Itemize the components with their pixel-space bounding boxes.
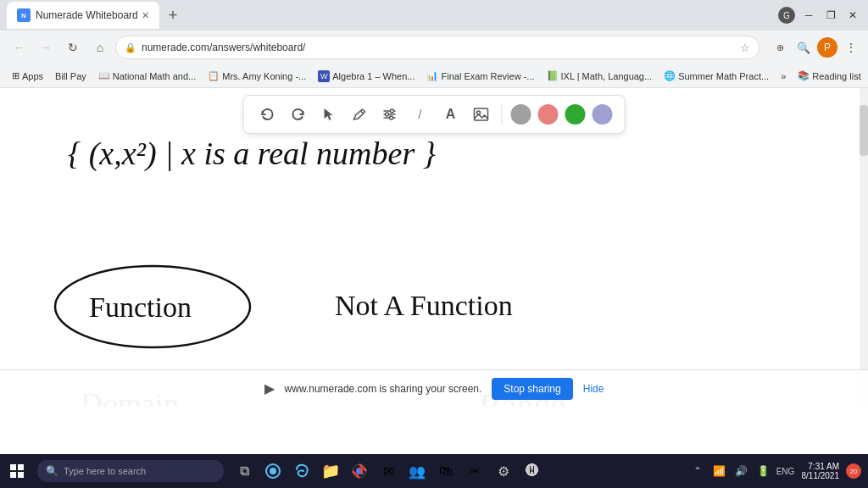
bm-apps[interactable]: ⊞ Apps	[7, 67, 48, 86]
tb-time-display: 7:31 AM	[808, 462, 839, 471]
svg-line-1	[361, 111, 364, 114]
tb-explorer[interactable]: 📁	[317, 456, 344, 486]
tb-date-display: 8/11/2021	[802, 471, 840, 480]
tb-taskview[interactable]: ⧉	[231, 456, 258, 486]
close-button[interactable]: ✕	[844, 7, 861, 24]
text-button[interactable]: A	[437, 101, 465, 128]
bookmark-icon-2: 📋	[208, 70, 220, 81]
tools-button[interactable]	[376, 101, 403, 128]
tb-snip[interactable]: ✂	[461, 456, 488, 486]
minimize-button[interactable]: ─	[800, 7, 817, 24]
taskbar: 🔍 Type here to search ⧉ 📁 ✉ 👥 🛍	[0, 454, 868, 488]
svg-marker-0	[325, 108, 333, 120]
select-button[interactable]	[315, 101, 342, 128]
notification-badge[interactable]: 20	[846, 463, 861, 479]
bm-billpay[interactable]: Bill Pay	[50, 67, 92, 86]
svg-rect-17	[18, 464, 24, 470]
address-bar[interactable]: 🔒 numerade.com/answers/whiteboard/ ☆	[115, 36, 760, 59]
bm-exam-label: Final Exam Review -...	[441, 71, 534, 81]
sharing-icon: ▶	[264, 380, 275, 396]
account-icon[interactable]: P	[817, 37, 837, 58]
tb-chevron-icon[interactable]: ⌃	[688, 456, 707, 486]
redo-button[interactable]	[285, 101, 312, 128]
tb-app-extra[interactable]: 🅦	[519, 456, 546, 486]
color-green[interactable]	[565, 104, 586, 125]
bm-reading-label: Reading list	[812, 71, 860, 81]
bm-math1[interactable]: 📖 National Math and...	[93, 67, 201, 86]
tab-title: Numerade Whiteboard	[36, 9, 138, 21]
svg-rect-8	[475, 108, 488, 120]
bm-summer[interactable]: 🌐 Summer Math Pract...	[659, 67, 774, 86]
toolbar-separator	[502, 104, 503, 125]
taskbar-right: ⌃ 📶 🔊 🔋 ENG 7:31 AM 8/11/2021 20	[682, 454, 869, 488]
nav-bar: ← → ↻ ⌂ 🔒 numerade.com/answers/whiteboar…	[0, 30, 868, 64]
tb-mail[interactable]: ✉	[375, 456, 402, 486]
tb-volume-icon[interactable]: 🔊	[732, 456, 751, 486]
tb-store[interactable]: 🛍	[432, 456, 459, 486]
lock-icon: 🔒	[125, 42, 136, 53]
tb-teams[interactable]: 👥	[403, 456, 431, 486]
tb-clock[interactable]: 7:31 AM 8/11/2021	[798, 462, 843, 480]
profile-icon[interactable]: G	[778, 7, 795, 24]
bm-more[interactable]: »	[776, 67, 791, 86]
stop-sharing-button[interactable]: Stop sharing	[492, 378, 572, 400]
browser-chrome: N Numerade Whiteboard ✕ + G ─ ❐ ✕ ← → ↻ …	[0, 0, 868, 88]
color-gray[interactable]	[511, 104, 531, 125]
back-button[interactable]: ←	[7, 36, 31, 59]
svg-point-5	[391, 109, 394, 113]
tb-settings[interactable]: ⚙	[490, 456, 517, 486]
hide-button[interactable]: Hide	[583, 383, 604, 395]
tab-close-button[interactable]: ✕	[142, 10, 149, 21]
whiteboard-canvas[interactable]: { (x,x²) | x is a real number } Function…	[0, 88, 868, 407]
maximize-button[interactable]: ❐	[822, 7, 839, 24]
bm-amy-label: Mrs. Amy Koning -...	[222, 71, 306, 81]
tb-network-icon[interactable]: 📶	[710, 456, 729, 486]
tb-edge[interactable]	[288, 456, 315, 486]
tab-bar: N Numerade Whiteboard ✕ + G ─ ❐ ✕	[0, 0, 868, 30]
bookmarks-bar: ⊞ Apps Bill Pay 📖 National Math and... 📋…	[0, 64, 868, 88]
bookmark-icon-6: 🌐	[664, 70, 676, 81]
taskbar-apps: ⧉ 📁 ✉ 👥 🛍 ✂ ⚙ 🅦	[231, 456, 546, 486]
pen-button[interactable]	[346, 101, 373, 128]
whiteboard[interactable]: / A { (x,x²) | x is a real number } Func…	[0, 88, 868, 407]
taskbar-search-box[interactable]: 🔍 Type here to search	[37, 460, 224, 482]
bm-ixl[interactable]: 📗 IXL | Math, Languag...	[542, 67, 658, 86]
reload-button[interactable]: ↻	[61, 36, 85, 59]
bm-ixl-label: IXL | Math, Languag...	[561, 71, 653, 81]
marker-button[interactable]: /	[407, 101, 434, 128]
bm-reading[interactable]: 📚 Reading list	[793, 67, 865, 86]
tb-chrome[interactable]	[346, 456, 373, 486]
undo-button[interactable]	[254, 101, 281, 128]
search-icon[interactable]: 🔍	[793, 37, 814, 58]
active-tab[interactable]: N Numerade Whiteboard ✕	[7, 2, 159, 29]
bm-algebra-label: Algebra 1 – When...	[332, 71, 415, 81]
window-controls: G ─ ❐ ✕	[778, 7, 861, 24]
bm-exam[interactable]: 📊 Final Exam Review -...	[421, 67, 539, 86]
taskbar-search-icon: 🔍	[46, 465, 58, 477]
drawing-toolbar: / A	[243, 95, 626, 134]
color-pink[interactable]	[538, 104, 559, 125]
url-text: numerade.com/answers/whiteboard/	[142, 42, 735, 53]
extensions-icon[interactable]: ⊕	[770, 37, 790, 58]
menu-icon[interactable]: ⋮	[841, 37, 861, 58]
tab-favicon: N	[17, 8, 31, 22]
image-button[interactable]	[468, 101, 495, 128]
tb-cortana[interactable]	[259, 456, 287, 486]
svg-point-7	[390, 116, 393, 119]
bm-algebra[interactable]: W Algebra 1 – When...	[313, 67, 420, 86]
sharing-notification: ▶ www.numerade.com is sharing your scree…	[0, 369, 868, 407]
color-purple[interactable]	[593, 104, 613, 125]
home-button[interactable]: ⌂	[88, 36, 112, 59]
bm-amy[interactable]: 📋 Mrs. Amy Koning -...	[203, 67, 311, 86]
tb-battery-icon[interactable]: 🔋	[754, 456, 773, 486]
bookmark-icon-1: 📖	[98, 70, 110, 81]
bm-summer-label: Summer Math Pract...	[678, 71, 769, 81]
bm-billpay-label: Bill Pay	[55, 71, 86, 81]
tb-input-icon[interactable]: ENG	[776, 456, 795, 486]
new-tab-button[interactable]: +	[161, 3, 185, 27]
bookmark-icon-4: 📊	[426, 70, 438, 81]
forward-button[interactable]: →	[34, 36, 58, 59]
bookmark-star[interactable]: ☆	[740, 42, 750, 54]
apps-grid-icon: ⊞	[12, 70, 19, 81]
start-button[interactable]	[0, 454, 34, 488]
